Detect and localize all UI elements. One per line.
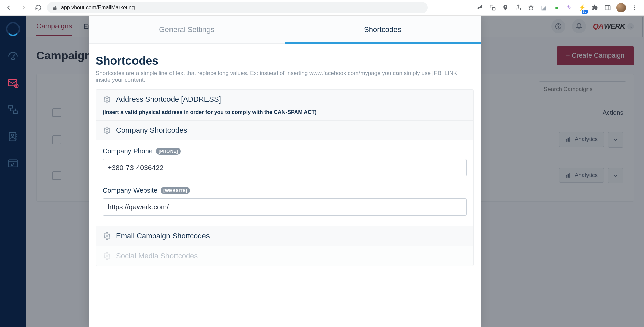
- gear-icon: [103, 126, 111, 135]
- sidebar-email[interactable]: [6, 76, 20, 90]
- chrome-actions: ◪ ● ✎ ⚡: [476, 3, 641, 12]
- sidebar-automation[interactable]: [6, 103, 20, 117]
- svg-rect-3: [605, 5, 610, 10]
- modal-tab-shortcodes[interactable]: Shortcodes: [285, 16, 481, 43]
- svg-point-7: [634, 9, 635, 10]
- section-email-header[interactable]: Email Campaign Shortcodes: [96, 226, 473, 246]
- modal-tabs: General Settings Shortcodes: [89, 16, 481, 44]
- section-address-header[interactable]: Address Shortcode [ADDRESS]: [96, 90, 473, 109]
- profile-avatar[interactable]: [616, 3, 626, 12]
- modal-title: Shortcodes: [96, 54, 474, 67]
- key-icon[interactable]: [476, 4, 484, 12]
- svg-point-14: [11, 134, 14, 136]
- app-logo[interactable]: [6, 22, 20, 36]
- gear-icon: [103, 252, 111, 260]
- section-company-header[interactable]: Company Shortcodes: [96, 120, 473, 140]
- svg-point-31: [106, 255, 108, 257]
- modal-body: Shortcodes Shortcodes are a simple line …: [89, 44, 481, 327]
- section-social-title: Social Media Shortcodes: [116, 252, 198, 260]
- app-root: Campaigns Email Templates File Manager Q…: [0, 16, 644, 327]
- translate-icon[interactable]: [489, 4, 497, 12]
- field-company-phone: Company Phone [PHONE]: [96, 140, 473, 183]
- section-address: Address Shortcode [ADDRESS] (Insert a va…: [96, 89, 474, 266]
- share-icon[interactable]: [514, 4, 522, 12]
- lock-icon: [52, 5, 58, 10]
- address-bar[interactable]: app.vbout.com/EmailMarketing: [47, 2, 428, 13]
- ext-3-icon[interactable]: ✎: [565, 4, 573, 12]
- svg-point-30: [106, 235, 108, 237]
- company-phone-input[interactable]: [103, 159, 467, 176]
- location-icon[interactable]: [501, 4, 509, 12]
- main-area: Campaigns Email Templates File Manager Q…: [26, 16, 644, 327]
- url-text: app.vbout.com/EmailMarketing: [61, 5, 135, 11]
- phone-tag: [PHONE]: [156, 148, 181, 155]
- section-address-title: Address Shortcode [ADDRESS]: [116, 95, 221, 104]
- svg-point-29: [106, 129, 108, 131]
- menu-icon[interactable]: [631, 4, 639, 12]
- svg-point-6: [634, 7, 635, 8]
- svg-point-5: [634, 5, 635, 6]
- company-phone-label: Company Phone: [103, 147, 153, 155]
- section-company-title: Company Shortcodes: [116, 126, 187, 135]
- gear-icon: [103, 95, 111, 104]
- company-website-input[interactable]: [103, 198, 467, 216]
- browser-chrome: app.vbout.com/EmailMarketing ◪ ● ✎ ⚡: [0, 0, 644, 16]
- modal-tab-general[interactable]: General Settings: [89, 16, 285, 43]
- nav-reload-button[interactable]: [32, 2, 44, 14]
- nav-forward-button[interactable]: [17, 2, 30, 14]
- field-company-website: Company Website [WEBSITE]: [96, 183, 473, 226]
- company-website-label: Company Website: [103, 187, 157, 194]
- svg-rect-9: [8, 80, 17, 86]
- svg-rect-11: [9, 106, 12, 108]
- sidebar-pages[interactable]: [6, 157, 20, 170]
- nav-back-button[interactable]: [3, 2, 15, 14]
- section-social-header[interactable]: Social Media Shortcodes: [96, 246, 473, 266]
- svg-point-28: [106, 98, 108, 100]
- modal-description: Shortcodes are a simple line of text tha…: [96, 70, 474, 83]
- ext-2-icon[interactable]: ●: [553, 4, 561, 12]
- sidebar: [0, 16, 26, 327]
- section-address-note: (Insert a valid physical address in orde…: [96, 109, 473, 120]
- ext-1-icon[interactable]: ◪: [540, 4, 548, 12]
- star-icon[interactable]: [527, 4, 535, 12]
- section-email-title: Email Campaign Shortcodes: [116, 232, 210, 240]
- sidebar-dashboard[interactable]: [6, 49, 20, 63]
- website-tag: [WEBSITE]: [161, 187, 190, 194]
- ext-4-icon[interactable]: ⚡: [578, 4, 586, 12]
- sidebar-contacts[interactable]: [6, 130, 20, 144]
- svg-rect-8: [12, 58, 15, 59]
- extensions-icon[interactable]: [591, 4, 599, 12]
- svg-rect-18: [9, 160, 17, 167]
- settings-modal: General Settings Shortcodes Shortcodes S…: [89, 16, 481, 327]
- panel-icon[interactable]: [604, 4, 612, 12]
- gear-icon: [103, 232, 111, 240]
